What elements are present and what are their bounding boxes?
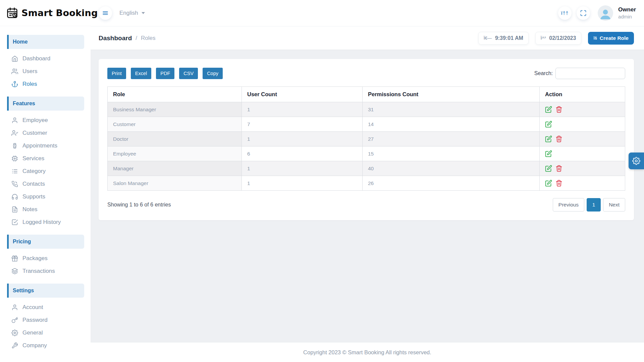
watch-icon: [11, 142, 18, 149]
fullscreen-button[interactable]: [577, 6, 590, 20]
gear-icon: [632, 157, 640, 165]
sidebar-item-password[interactable]: Password: [0, 314, 91, 326]
permissions-count-cell: 14: [363, 117, 540, 132]
column-header-permissions-count[interactable]: Permissions Count: [363, 87, 540, 102]
user-role: admin: [618, 13, 636, 20]
sidebar-item-services[interactable]: Services: [0, 152, 91, 165]
edit-role-button[interactable]: [545, 106, 552, 113]
action-cell: [540, 146, 625, 161]
sidebar-item-customer[interactable]: Customer: [0, 127, 91, 139]
sidebar-item-label: Employee: [22, 117, 48, 124]
sidebar-item-label: Customer: [22, 130, 47, 136]
sidebar-item-dashboard[interactable]: Dashboard: [0, 52, 91, 65]
sidebar-item-label: General: [22, 329, 43, 336]
user-count-cell: 6: [242, 146, 363, 161]
user-count-cell: 1: [242, 132, 363, 146]
copyright-text: Copyright 2023 © Smart Booking All right…: [303, 349, 431, 356]
sidebar-item-users[interactable]: Users: [0, 65, 91, 78]
pdf-export-button[interactable]: PDF: [156, 68, 174, 79]
sidebar-item-category[interactable]: Category: [0, 165, 91, 178]
layers-icon: [11, 268, 18, 275]
copy-export-button[interactable]: Copy: [203, 68, 223, 79]
avatar[interactable]: [598, 5, 613, 21]
sidebar-item-contacts[interactable]: Contacts: [0, 178, 91, 190]
sidebar: Smart Booking Home Dashboard Users Roles…: [0, 0, 91, 362]
permissions-count-cell: 15: [363, 146, 540, 161]
roles-table: RoleUser CountPermissions CountAction Bu…: [107, 86, 625, 191]
edit-role-button[interactable]: [545, 165, 552, 172]
edit-icon: [545, 150, 552, 157]
next-page-button[interactable]: Next: [603, 198, 625, 212]
delete-role-button[interactable]: [555, 106, 562, 113]
sidebar-item-general[interactable]: General: [0, 326, 91, 339]
permissions-count-cell: 26: [363, 176, 540, 191]
maximize-icon: [580, 10, 587, 16]
sidebar-item-logged-history[interactable]: Logged History: [0, 216, 91, 229]
sidebar-item-supports[interactable]: Supports: [0, 190, 91, 203]
role-cell: Manager: [108, 161, 242, 176]
sidebar-item-label: Appointments: [22, 142, 57, 149]
brand-logo[interactable]: Smart Booking: [0, 0, 91, 26]
previous-page-button[interactable]: Previous: [553, 198, 584, 212]
sidebar-toggle-button[interactable]: [99, 6, 112, 20]
delete-role-button[interactable]: [555, 135, 562, 142]
print-export-button[interactable]: Print: [107, 68, 126, 79]
plus-icon: ĩš: [593, 36, 597, 41]
language-dropdown[interactable]: English: [119, 10, 145, 16]
sidebar-section-features[interactable]: Features: [7, 97, 84, 111]
check-square-icon: [11, 219, 18, 226]
column-header-action[interactable]: Action: [540, 87, 625, 102]
settings-fab[interactable]: [629, 153, 644, 169]
sidebar-item-label: Users: [22, 68, 37, 75]
edit-role-button[interactable]: [545, 150, 552, 157]
page-1-button[interactable]: 1: [587, 198, 601, 212]
table-row: Business Manager 1 31: [108, 102, 625, 117]
chevron-down-icon: [142, 12, 145, 14]
sidebar-section-home[interactable]: Home: [7, 35, 84, 49]
permissions-count-cell: 27: [363, 132, 540, 146]
sidebar-item-appointments[interactable]: Appointments: [0, 139, 91, 152]
csv-export-button[interactable]: CSV: [179, 68, 198, 79]
filter-button[interactable]: ï††: [558, 6, 572, 20]
sidebar-item-employee[interactable]: Employee: [0, 114, 91, 127]
pagination: Previous 1 Next: [553, 198, 625, 212]
sidebar-item-label: Transactions: [22, 268, 55, 275]
sidebar-item-company[interactable]: Company: [0, 339, 91, 352]
search-input[interactable]: [555, 68, 625, 79]
filter-icon: ï††: [561, 10, 569, 16]
sidebar-item-packages[interactable]: Packages: [0, 252, 91, 265]
user-count-cell: 7: [242, 117, 363, 132]
edit-role-button[interactable]: [545, 121, 552, 128]
sidebar-item-account[interactable]: Account: [0, 301, 91, 314]
time-badge: Ï€— 9:39:01 AM: [478, 32, 529, 45]
action-cell: [540, 102, 625, 117]
delete-role-button[interactable]: [555, 165, 562, 172]
footer: Copyright 2023 © Smart Booking All right…: [91, 343, 644, 362]
hamburger-icon: [102, 10, 109, 16]
edit-role-button[interactable]: [545, 180, 552, 187]
sidebar-item-label: Supports: [22, 193, 45, 200]
sidebar-section-settings[interactable]: Settings: [7, 284, 84, 298]
content-area: Print Excel PDF CSV Copy Search: RoleUse…: [91, 50, 644, 343]
edit-role-button[interactable]: [545, 135, 552, 142]
action-cell: [540, 176, 625, 191]
excel-export-button[interactable]: Excel: [131, 68, 151, 79]
action-cell: [540, 132, 625, 146]
sidebar-item-transactions[interactable]: Transactions: [0, 265, 91, 278]
delete-role-button[interactable]: [555, 180, 562, 187]
column-header-user-count[interactable]: User Count: [242, 87, 363, 102]
sidebar-item-notes[interactable]: Notes: [0, 203, 91, 216]
table-header-row: RoleUser CountPermissions CountAction: [108, 87, 625, 102]
sidebar-section-pricing[interactable]: Pricing: [7, 235, 84, 249]
column-header-role[interactable]: Role: [108, 87, 242, 102]
sidebar-nav: Home Dashboard Users Roles Features Empl…: [0, 26, 91, 352]
create-role-button[interactable]: ĩš Create Role: [588, 32, 634, 45]
breadcrumb-dashboard[interactable]: Dashboard: [99, 35, 132, 42]
entries-summary: Showing 1 to 6 of 6 entries: [107, 202, 171, 208]
user-count-cell: 1: [242, 161, 363, 176]
sidebar-item-label: Packages: [22, 255, 48, 262]
user-meta: Owner admin: [618, 6, 637, 20]
key-icon: [11, 317, 18, 323]
sidebar-item-roles[interactable]: Roles: [0, 78, 91, 90]
export-buttons: Print Excel PDF CSV Copy: [107, 68, 223, 79]
